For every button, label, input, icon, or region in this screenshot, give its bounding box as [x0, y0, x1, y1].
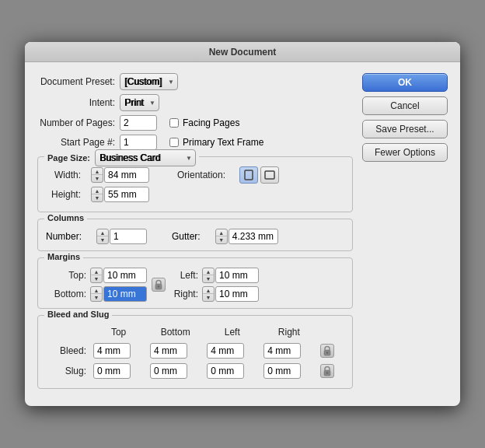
columns-legend: Columns [44, 213, 87, 222]
margin-bottom-up[interactable]: ▲ [91, 287, 102, 294]
columns-number-spinner: ▲ ▼ 1 [96, 229, 147, 244]
margin-right-up[interactable]: ▲ [203, 287, 214, 294]
columns-number-down[interactable]: ▼ [97, 236, 108, 243]
orientation-buttons [239, 166, 279, 184]
margin-bottom-input[interactable]: 10 mm [103, 286, 147, 302]
width-input[interactable]: 84 mm [104, 167, 149, 183]
margin-right-arrows[interactable]: ▲ ▼ [202, 286, 215, 302]
start-page-input[interactable]: 1 [120, 135, 157, 150]
facing-pages-checkbox[interactable] [169, 118, 179, 128]
width-up[interactable]: ▲ [92, 168, 103, 175]
bleed-label: Bleed: [47, 341, 89, 360]
margin-right-input[interactable]: 10 mm [215, 286, 259, 302]
page-size-inner: Width: ▲ ▼ 84 mm Orientation: [46, 163, 344, 202]
width-down[interactable]: ▼ [92, 175, 103, 182]
height-up[interactable]: ▲ [92, 187, 103, 194]
height-down[interactable]: ▼ [92, 194, 103, 201]
svg-rect-1 [265, 171, 274, 179]
num-pages-input[interactable]: 2 [120, 115, 157, 131]
cancel-button[interactable]: Cancel [362, 96, 448, 115]
margin-top-spinner: ▲ ▼ 10 mm [89, 268, 147, 283]
columns-gutter-arrows[interactable]: ▲ ▼ [215, 229, 228, 244]
margin-right-label: Right: [170, 289, 198, 299]
bleed-right-input[interactable] [263, 343, 301, 359]
margin-bottom-spinner: ▲ ▼ 10 mm [89, 286, 147, 302]
columns-number-arrows[interactable]: ▲ ▼ [96, 229, 109, 244]
primary-text-frame-label: Primary Text Frame [183, 137, 263, 148]
ok-button[interactable]: OK [362, 73, 448, 92]
page-size-select[interactable]: Business Card [95, 149, 196, 166]
intent-select-wrapper: Print Print [120, 94, 159, 111]
bleed-row: Bleed: [47, 341, 343, 360]
bleed-slug-inner: Top Bottom Left Right Bleed: [46, 322, 344, 382]
width-arrows[interactable]: ▲ ▼ [91, 167, 103, 183]
preset-select[interactable]: [Custom] [120, 73, 178, 90]
margin-left-input[interactable]: 10 mm [215, 268, 259, 283]
start-page-row: Start Page #: 1 Primary Text Frame [37, 135, 353, 150]
intent-row: Intent: Print Print [37, 94, 353, 111]
margin-bottom-label: Bottom: [46, 289, 86, 299]
bleed-top-input[interactable] [93, 343, 131, 359]
primary-text-frame-group: Primary Text Frame [169, 137, 263, 148]
facing-pages-row: Facing Pages [169, 117, 239, 128]
width-label: Width: [46, 170, 81, 180]
margin-left-down[interactable]: ▼ [203, 275, 214, 282]
svg-point-5 [326, 352, 328, 353]
slug-lock[interactable] [320, 364, 334, 378]
columns-gutter-down[interactable]: ▼ [216, 236, 227, 243]
slug-top-input[interactable] [93, 363, 131, 379]
bleed-col-left: Left [204, 327, 260, 340]
columns-gutter-up[interactable]: ▲ [216, 229, 227, 236]
margins-section: Margins Top: ▲ ▼ [37, 257, 353, 309]
preset-row: Document Preset: [Custom] [Custom] [37, 73, 353, 90]
width-spinner: ▲ ▼ 84 mm [90, 167, 149, 183]
page-size-legend: Page Size: Business Card Business Card [44, 149, 199, 166]
save-preset-button[interactable]: Save Preset... [362, 120, 448, 138]
left-panel: Document Preset: [Custom] [Custom] Inten… [37, 73, 353, 395]
columns-number-up[interactable]: ▲ [97, 229, 108, 236]
start-page-label: Start Page #: [37, 137, 115, 148]
height-arrows[interactable]: ▲ ▼ [91, 187, 103, 202]
slug-left-input[interactable] [207, 363, 244, 379]
slug-bottom-input[interactable] [150, 363, 187, 379]
margins-left-right: Left: ▲ ▼ 10 mm [170, 268, 259, 302]
margin-top-input[interactable]: 10 mm [103, 268, 147, 283]
landscape-btn[interactable] [260, 166, 279, 184]
page-size-select-wrapper: Business Card Business Card [95, 149, 196, 166]
margin-top-down[interactable]: ▼ [91, 275, 102, 282]
page-size-section: Page Size: Business Card Business Card W… [37, 156, 353, 212]
margin-top-arrows[interactable]: ▲ ▼ [90, 268, 103, 283]
num-pages-label: Number of Pages: [37, 117, 115, 128]
dialog-title: New Document [25, 42, 460, 62]
margin-top-up[interactable]: ▲ [91, 268, 102, 275]
bleed-bottom-input[interactable] [150, 343, 187, 359]
margins-chain-icon[interactable] [152, 278, 166, 292]
bleed-left-input[interactable] [207, 343, 244, 359]
height-label: Height: [46, 189, 81, 200]
margin-left-arrows[interactable]: ▲ ▼ [202, 268, 215, 283]
height-input[interactable]: 55 mm [104, 187, 149, 202]
margins-left-right-fields: Top: ▲ ▼ 10 mm [46, 268, 147, 302]
primary-text-frame-checkbox[interactable] [169, 138, 179, 147]
preset-label: Document Preset: [37, 76, 115, 87]
margins-lock[interactable] [152, 278, 166, 292]
slug-right-input[interactable] [263, 363, 301, 379]
columns-gutter-input[interactable]: 4.233 mm [229, 229, 278, 244]
margin-right-down[interactable]: ▼ [203, 294, 214, 301]
columns-number-input[interactable]: 1 [110, 229, 147, 244]
margin-bottom-arrows[interactable]: ▲ ▼ [90, 286, 103, 302]
intent-select[interactable]: Print [120, 94, 159, 111]
slug-row: Slug: [47, 362, 343, 380]
bleed-slug-table: Top Bottom Left Right Bleed: [46, 325, 344, 382]
fewer-options-button[interactable]: Fewer Options [362, 143, 448, 162]
new-document-dialog: New Document Document Preset: [Custom] [… [25, 42, 460, 406]
svg-point-3 [158, 285, 159, 287]
slug-label: Slug: [47, 362, 89, 380]
margin-bottom-down[interactable]: ▼ [91, 294, 102, 301]
margin-left-up[interactable]: ▲ [203, 268, 214, 275]
margin-right-spinner: ▲ ▼ 10 mm [201, 286, 259, 302]
portrait-btn[interactable] [239, 166, 258, 184]
bleed-slug-section: Bleed and Slug Top Bottom Left Right [37, 315, 353, 389]
bleed-slug-legend: Bleed and Slug [44, 310, 112, 319]
bleed-lock[interactable] [320, 344, 334, 358]
